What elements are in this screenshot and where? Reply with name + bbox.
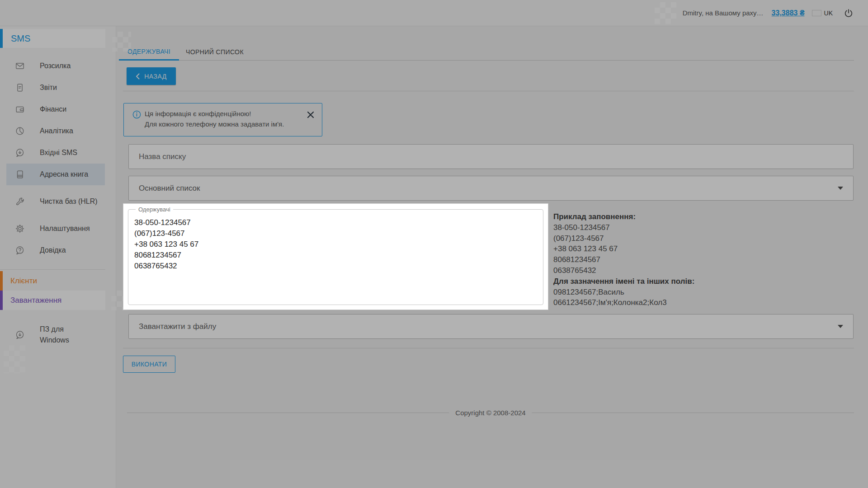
recipients-textarea[interactable]: 38-050-1234567 (067)123-4567 +38 063 123… xyxy=(128,213,543,295)
recipients-fieldset: Одержувачі 38-050-1234567 (067)123-4567 … xyxy=(128,206,543,305)
recipients-label: Одержувачі xyxy=(136,206,173,213)
recipients-spotlight: Одержувачі 38-050-1234567 (067)123-4567 … xyxy=(123,203,548,310)
